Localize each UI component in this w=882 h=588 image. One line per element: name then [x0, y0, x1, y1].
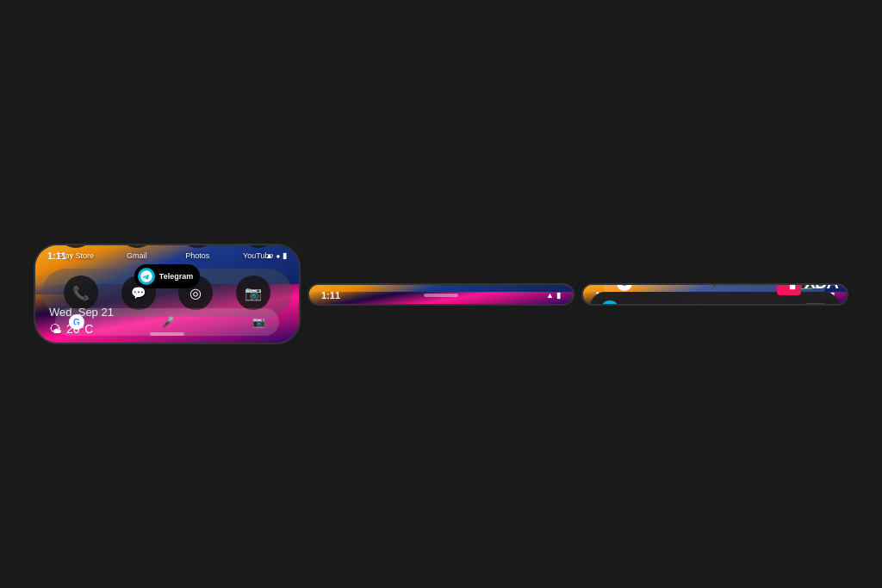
status-bar-1: 1:11 ↑ ▲ ⬥ ▮ [35, 245, 299, 264]
status-right-1: ▲ ⬥ ▮ [265, 251, 287, 260]
island-app-name-1: Telegram [159, 272, 193, 281]
exp-notif-approw-3: Telegram [600, 300, 656, 306]
svg-rect-1 [790, 283, 795, 288]
wifi-icon-2: ▲ [546, 291, 554, 300]
xda-box-svg [781, 283, 797, 291]
battery-icon-2: ▮ [556, 291, 561, 300]
status-time-1: 1:11 [47, 251, 66, 261]
dynamic-island-1: Telegram [35, 264, 299, 288]
phone-1: 1:11 ↑ ▲ ⬥ ▮ Telegram W [34, 244, 301, 344]
home-content-1: Wed, Sep 21 🌤 26°C [35, 292, 299, 343]
exp-notif-app-icon-3 [600, 300, 619, 306]
counter-chevron-3: ⌄ [816, 305, 823, 306]
phone-2: 1:11 ▲ ▮ Telegram Now [307, 283, 575, 306]
xda-box-icon [777, 283, 801, 295]
status-time-2: 1:11 [321, 290, 340, 300]
date-widget-1: Wed, Sep 21 🌤 26°C [42, 292, 292, 343]
wifi-icon: ▲ [265, 251, 273, 260]
status-right-2: ▲ ▮ [546, 291, 561, 300]
weather-temp-1: 26°C [66, 322, 93, 336]
battery-icon: ▮ [283, 251, 287, 260]
counter-number-3: 2 [808, 305, 813, 306]
location-arrow-icon: ↑ [69, 251, 73, 260]
xda-text: XDA [804, 283, 838, 294]
telegram-exp-svg-3 [605, 304, 616, 306]
phone-3: 1:11 ▲ ▮ Telegram 2 [581, 283, 848, 306]
status-left-1: 1:11 ↑ [47, 251, 73, 261]
weather-row-1: 🌤 26°C [49, 322, 285, 336]
telegram-island-icon-1 [138, 268, 155, 285]
exp-notif-counter-3[interactable]: 2 ⌄ [801, 303, 829, 306]
status-bar-2: 1:11 ▲ ▮ [309, 285, 573, 304]
island-pill-1[interactable]: Telegram [134, 264, 200, 288]
bluetooth-icon: ⬥ [276, 251, 280, 260]
date-text-1: Wed, Sep 21 [49, 306, 285, 319]
phones-wrapper: 1:11 ↑ ▲ ⬥ ▮ Telegram W [0, 0, 882, 588]
status-left-2: 1:11 [321, 290, 340, 300]
telegram-svg-1 [140, 269, 153, 283]
xda-logo: XDA [777, 283, 838, 295]
exp-notif-top-3: Telegram 2 ⌄ [600, 300, 829, 306]
weather-icon-1: 🌤 [49, 322, 61, 336]
